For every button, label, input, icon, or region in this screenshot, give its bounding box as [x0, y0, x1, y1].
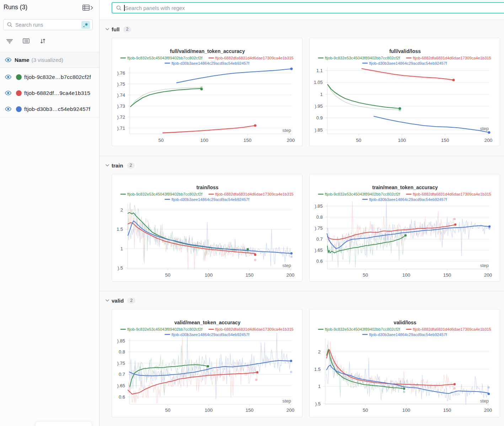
svg-text:ftjob-9c832e53c45043f89402bb7c: ftjob-9c832e53c45043f89402bb7cc802cf2f: [127, 192, 203, 196]
svg-text:ftjob-6882dfa6831d4d6dae17309c: ftjob-6882dfa6831d4d6dae17309ca4e1b315: [413, 192, 491, 196]
svg-text:150: 150: [246, 272, 254, 278]
svg-text:).65: ).65: [117, 383, 125, 388]
svg-text:).65: ).65: [315, 247, 323, 253]
svg-text:valid/loss: valid/loss: [394, 320, 417, 325]
svg-text:).95: ).95: [315, 103, 323, 109]
svg-text:ftjob-6882dfa6831d4d6dae17309c: ftjob-6882dfa6831d4d6dae17309ca4e1b315: [215, 192, 294, 196]
svg-text:).75: ).75: [315, 225, 323, 231]
svg-text:ftjob-9c832e53c45043f89402bb7c: ftjob-9c832e53c45043f89402bb7cc802cf2f: [325, 327, 400, 331]
svg-text:).72: ).72: [117, 115, 125, 120]
svg-text:ftjob-d30b3aee14864c29acd9ac54: ftjob-d30b3aee14864c29acd9ac54eb92457f: [369, 332, 447, 337]
svg-text:50: 50: [363, 272, 368, 278]
svg-text:200: 200: [484, 272, 492, 278]
svg-text:train/mean_token_accuracy: train/mean_token_accuracy: [372, 185, 438, 190]
svg-text:full/valid/loss: full/valid/loss: [389, 48, 421, 54]
svg-text:100: 100: [200, 138, 208, 143]
svg-text:50: 50: [356, 138, 361, 143]
svg-text:train/loss: train/loss: [196, 185, 218, 190]
svg-text:step: step: [480, 398, 489, 404]
svg-text:200: 200: [287, 138, 295, 143]
svg-text:).71: ).71: [117, 126, 125, 131]
svg-text:).73: ).73: [117, 103, 125, 109]
svg-text:50: 50: [363, 408, 368, 413]
svg-text:1: 1: [320, 92, 323, 97]
svg-text:100: 100: [398, 138, 406, 143]
svg-text:).75: ).75: [117, 81, 125, 87]
svg-text:).5: ).5: [118, 265, 123, 271]
svg-text:ftjob-9c832e53c45043f89402bb7c: ftjob-9c832e53c45043f89402bb7cc802cf2f: [127, 327, 203, 331]
svg-text:ftjob-6882dfa6831d4d6dae17309c: ftjob-6882dfa6831d4d6dae17309ca4e1b315: [215, 56, 294, 60]
svg-text:2: 2: [318, 349, 321, 355]
svg-text:0.7: 0.7: [316, 236, 323, 242]
svg-text:50: 50: [165, 272, 170, 278]
svg-text:0.8: 0.8: [119, 349, 125, 355]
svg-text:150: 150: [243, 138, 252, 143]
svg-text:2: 2: [120, 207, 123, 213]
svg-text:50: 50: [165, 408, 170, 413]
svg-text:1: 1: [120, 246, 123, 251]
svg-text:).85: ).85: [315, 127, 323, 133]
svg-text:1.5: 1.5: [314, 367, 321, 372]
svg-text:step: step: [480, 126, 489, 131]
svg-text:100: 100: [205, 272, 213, 278]
svg-text:100: 100: [402, 408, 411, 413]
svg-text:200: 200: [286, 272, 295, 278]
svg-text:1.05: 1.05: [314, 80, 323, 85]
svg-text:ftjob-d30b3aee14864c29acd9ac54: ftjob-d30b3aee14864c29acd9ac54eb92457f: [171, 197, 250, 202]
svg-text:ftjob-d30b3aee14864c29acd9ac54: ftjob-d30b3aee14864c29acd9ac54eb92457f: [369, 61, 447, 65]
svg-text:150: 150: [443, 408, 451, 413]
svg-text:100: 100: [205, 408, 213, 413]
svg-text:ftjob-6882dfa6831d4d6dae17309c: ftjob-6882dfa6831d4d6dae17309ca4e1b315: [215, 327, 294, 331]
svg-text:step: step: [282, 398, 291, 404]
svg-text:1.1: 1.1: [316, 68, 323, 73]
svg-text:200: 200: [286, 408, 295, 413]
svg-text:).85: ).85: [315, 203, 323, 209]
svg-text:ftjob-6882dfa6831d4d6dae17309c: ftjob-6882dfa6831d4d6dae17309ca4e1b315: [413, 327, 491, 331]
svg-text:0.6: 0.6: [316, 259, 323, 264]
svg-text:valid/mean_token_accuracy: valid/mean_token_accuracy: [175, 320, 241, 325]
svg-text:0.6: 0.6: [119, 394, 125, 400]
svg-text:step: step: [282, 263, 291, 268]
svg-text:150: 150: [246, 408, 254, 413]
svg-text:ftjob-6882dfa6831d4d6dae17309c: ftjob-6882dfa6831d4d6dae17309ca4e1b315: [413, 56, 491, 60]
svg-text:ftjob-9c832e53c45043f89402bb7c: ftjob-9c832e53c45043f89402bb7cc802cf2f: [325, 192, 400, 196]
svg-text:0.7: 0.7: [119, 372, 125, 377]
svg-text:200: 200: [484, 408, 492, 413]
svg-text:).76: ).76: [117, 70, 125, 76]
svg-text:1: 1: [318, 384, 321, 389]
svg-text:full/valid/mean_token_accuracy: full/valid/mean_token_accuracy: [170, 48, 245, 54]
svg-text:50: 50: [158, 138, 163, 143]
svg-text:).85: ).85: [117, 338, 125, 344]
svg-text:ftjob-9c832e53c45043f89402bb7c: ftjob-9c832e53c45043f89402bb7cc802cf2f: [325, 56, 400, 60]
svg-text:100: 100: [402, 272, 411, 278]
svg-text:1.5: 1.5: [117, 227, 123, 232]
svg-text:ftjob-d30b3aee14864c29acd9ac54: ftjob-d30b3aee14864c29acd9ac54eb92457f: [369, 197, 447, 202]
svg-text:200: 200: [484, 138, 493, 143]
svg-text:step: step: [480, 263, 489, 268]
svg-text:ftjob-d30b3aee14864c29acd9ac54: ftjob-d30b3aee14864c29acd9ac54eb92457f: [171, 61, 250, 65]
svg-text:0.8: 0.8: [316, 214, 323, 220]
svg-text:).5: ).5: [315, 401, 321, 406]
svg-text:150: 150: [443, 272, 451, 278]
svg-text:).75: ).75: [117, 361, 125, 366]
svg-text:0.9: 0.9: [316, 115, 323, 121]
svg-text:step: step: [282, 128, 291, 133]
svg-text:150: 150: [441, 138, 449, 143]
svg-text:ftjob-9c832e53c45043f89402bb7c: ftjob-9c832e53c45043f89402bb7cc802cf2f: [127, 56, 203, 60]
svg-text:ftjob-d30b3aee14864c29acd9ac54: ftjob-d30b3aee14864c29acd9ac54eb92457f: [171, 332, 250, 337]
svg-text:).74: ).74: [117, 92, 125, 98]
